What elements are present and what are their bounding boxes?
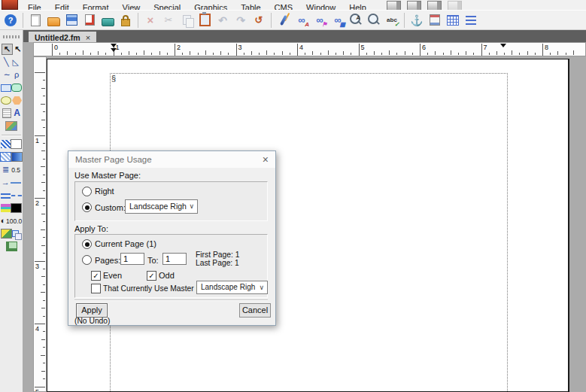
find-text-button[interactable]: ∞A bbox=[293, 12, 311, 29]
custom-radio-label[interactable]: Custom: bbox=[95, 203, 126, 212]
arrow-style-icon[interactable]: → bbox=[2, 178, 10, 187]
line-style-sample[interactable] bbox=[11, 182, 21, 184]
oval-tool[interactable] bbox=[1, 96, 11, 105]
insert-table-button[interactable] bbox=[444, 12, 462, 29]
cancel-button[interactable]: Cancel bbox=[239, 303, 271, 318]
menu-graphics[interactable]: Graphics bbox=[187, 2, 234, 10]
line-width-value[interactable]: 0.5 bbox=[11, 166, 20, 174]
thumbnails-button[interactable] bbox=[426, 12, 444, 29]
revert-icon: ↺ bbox=[255, 14, 263, 26]
split-view-icon[interactable] bbox=[407, 1, 421, 10]
pen-color-swatch[interactable] bbox=[11, 152, 23, 162]
page-layout-icon[interactable] bbox=[427, 1, 442, 10]
revert-button[interactable]: ↺ bbox=[250, 12, 268, 29]
menu-table[interactable]: Table bbox=[234, 2, 267, 10]
link-icon[interactable] bbox=[448, 1, 462, 10]
rounded-rectangle-tool[interactable] bbox=[11, 84, 22, 92]
even-label[interactable]: Even bbox=[103, 271, 122, 280]
text-frame-tool[interactable] bbox=[2, 108, 11, 118]
odd-checkbox[interactable]: ✓ bbox=[147, 271, 156, 281]
menu-edit[interactable]: Edit bbox=[48, 2, 76, 10]
open-button[interactable] bbox=[44, 12, 62, 29]
lock-button[interactable] bbox=[117, 12, 135, 29]
import-button[interactable] bbox=[80, 12, 99, 29]
right-indent-marker[interactable] bbox=[500, 44, 506, 47]
current-page-label[interactable]: Current Page (1) bbox=[95, 239, 156, 248]
color-picker-icon[interactable] bbox=[1, 229, 12, 239]
new-document-button[interactable] bbox=[26, 12, 44, 29]
menu-view[interactable]: View bbox=[116, 2, 147, 10]
first-indent-marker[interactable] bbox=[111, 48, 117, 52]
text-line-tool[interactable]: A bbox=[14, 108, 20, 118]
apply-button[interactable]: Apply bbox=[76, 303, 108, 318]
line-tool[interactable]: ╲ bbox=[4, 57, 9, 67]
pages-to-input[interactable] bbox=[162, 253, 187, 265]
custom-radio[interactable] bbox=[82, 202, 92, 212]
current-page-radio[interactable] bbox=[82, 239, 92, 249]
format-painter-button[interactable] bbox=[275, 12, 293, 29]
line-width-icon[interactable]: ≣ bbox=[2, 165, 9, 175]
menu-format[interactable]: Format bbox=[76, 2, 116, 10]
first-page-label: First Page: 1 bbox=[196, 251, 239, 259]
overprint-icon[interactable] bbox=[12, 230, 22, 237]
zoom-out-button[interactable] bbox=[365, 12, 383, 29]
dialog-close-icon[interactable]: × bbox=[263, 153, 269, 166]
pen-pattern-swatch[interactable] bbox=[0, 152, 11, 162]
custom-ruling-button[interactable] bbox=[462, 12, 480, 29]
spell-check-button[interactable]: abc✓ bbox=[383, 12, 401, 29]
arc-tool[interactable]: ∼ bbox=[4, 70, 11, 80]
find-marker-button[interactable]: ∞⚑ bbox=[311, 12, 329, 29]
pages-from-input[interactable] bbox=[120, 253, 144, 265]
tint-icon[interactable]: ◐ bbox=[1, 216, 6, 226]
save-button[interactable] bbox=[62, 12, 80, 29]
ruler-number: 2 bbox=[35, 199, 39, 207]
ruler-tick bbox=[228, 53, 229, 55]
ruler-tick bbox=[43, 269, 45, 269]
menu-cms[interactable]: CMS bbox=[268, 2, 299, 10]
that-master-dropdown[interactable]: Landscape Righ ∨ bbox=[196, 281, 268, 294]
zoom-in-button[interactable]: A bbox=[347, 12, 365, 29]
tab-close-icon[interactable]: × bbox=[86, 33, 90, 42]
find-table-button[interactable]: ∞▦ bbox=[329, 12, 347, 29]
fill-pattern-swatch[interactable] bbox=[1, 140, 11, 148]
pages-label[interactable]: Pages: bbox=[95, 256, 120, 265]
graphic-frame-tool[interactable] bbox=[5, 121, 17, 131]
polyline-tool[interactable]: ◺ bbox=[13, 57, 19, 67]
copy-button[interactable] bbox=[178, 12, 196, 29]
smart-select-tool[interactable]: ↖ bbox=[2, 44, 13, 55]
print-button[interactable] bbox=[99, 12, 117, 29]
indent-marker[interactable] bbox=[111, 44, 117, 47]
pages-radio[interactable] bbox=[82, 255, 92, 265]
document-window-icon[interactable] bbox=[387, 1, 401, 10]
delete-button[interactable]: × bbox=[141, 12, 159, 29]
app-icon[interactable] bbox=[2, 0, 18, 10]
anchor-button[interactable]: ⚓ bbox=[408, 12, 426, 29]
even-checkbox[interactable]: ✓ bbox=[91, 271, 101, 281]
help-button[interactable]: ? bbox=[2, 12, 20, 29]
right-radio[interactable] bbox=[82, 187, 92, 196]
menu-help[interactable]: Help bbox=[342, 2, 373, 10]
fill-color-swatch[interactable] bbox=[11, 139, 22, 149]
odd-label[interactable]: Odd bbox=[159, 271, 175, 280]
freehand-curve-tool[interactable]: ρ bbox=[14, 70, 19, 80]
color-swatch-black[interactable] bbox=[11, 203, 22, 213]
that-currently-checkbox[interactable] bbox=[91, 284, 101, 293]
rectangle-tool[interactable] bbox=[1, 84, 11, 92]
right-radio-label[interactable]: Right bbox=[95, 187, 114, 196]
paste-button[interactable] bbox=[196, 12, 214, 29]
redo-button[interactable]: ↷ bbox=[232, 12, 250, 29]
undo-button[interactable]: ↶ bbox=[214, 12, 232, 29]
menu-window[interactable]: Window bbox=[299, 2, 342, 10]
tint-value[interactable]: 100.0 bbox=[6, 217, 22, 225]
custom-master-dropdown[interactable]: Landscape Righ ∨ bbox=[125, 199, 198, 214]
menu-file[interactable]: File bbox=[21, 2, 48, 10]
object-select-tool[interactable]: ↖ bbox=[14, 44, 21, 54]
polygon-tool[interactable] bbox=[12, 96, 22, 105]
dash-style-sample[interactable] bbox=[11, 195, 22, 196]
dash-pattern-icon[interactable] bbox=[1, 193, 11, 199]
color-bars-icon[interactable] bbox=[1, 204, 11, 212]
menu-special[interactable]: Special bbox=[147, 2, 187, 10]
cut-button[interactable]: ✂ bbox=[159, 12, 178, 29]
dialog-titlebar[interactable]: Master Page Usage × bbox=[68, 151, 275, 168]
hotspot-tool[interactable] bbox=[6, 242, 17, 251]
